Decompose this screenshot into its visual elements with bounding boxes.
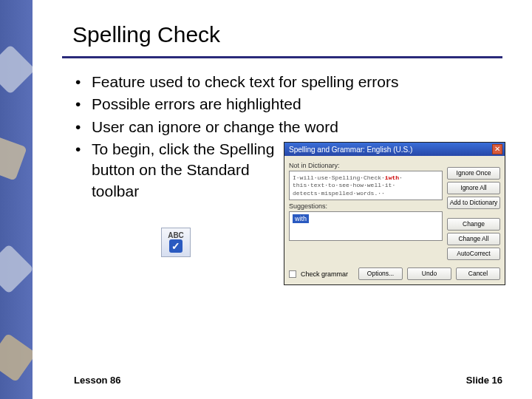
slide-footer: Lesson 86 Slide 16 <box>33 375 532 386</box>
change-all-button[interactable]: Change All <box>447 233 500 245</box>
decor-square <box>0 333 36 383</box>
add-to-dictionary-button[interactable]: Add to Dictionary <box>447 197 500 209</box>
not-in-dictionary-textbox[interactable]: I·will·use·Spelling·Check·iwth· this·tex… <box>289 171 443 200</box>
slide-title: Spelling Check <box>62 22 502 52</box>
change-button[interactable]: Change <box>447 218 500 231</box>
cancel-button[interactable]: Cancel <box>456 267 500 280</box>
dialog-title-text: Spelling and Grammar: English (U.S.) <box>289 146 412 154</box>
dialog-titlebar: Spelling and Grammar: English (U.S.) ✕ <box>284 143 505 156</box>
not-in-dictionary-label: Not in Dictionary: <box>289 162 443 169</box>
decor-square <box>0 135 27 181</box>
suggestion-item[interactable]: with <box>293 214 309 223</box>
decor-square <box>0 244 34 294</box>
bullet-item: User can ignore or change the word <box>75 117 502 137</box>
autocorrect-button[interactable]: AutoCorrect <box>447 248 500 260</box>
suggestions-label: Suggestions: <box>289 202 443 210</box>
bullet-item: Possible errors are highlighted <box>75 94 502 115</box>
decor-square <box>0 44 35 95</box>
close-icon[interactable]: ✕ <box>492 144 502 154</box>
check-grammar-label: Check grammar <box>301 270 348 278</box>
slide-number: Slide 16 <box>466 375 502 386</box>
error-word: iwth <box>385 174 399 181</box>
spelling-toolbar-icon: ABC ✓ <box>161 228 191 257</box>
checkmark-icon: ✓ <box>169 239 183 253</box>
abc-label: ABC <box>163 231 188 239</box>
title-underline <box>62 56 502 58</box>
lesson-label: Lesson 86 <box>74 375 121 386</box>
options-button[interactable]: Options... <box>358 267 403 280</box>
bullet-text: To begin, click the Spelling button on t… <box>92 139 284 202</box>
check-grammar-checkbox[interactable] <box>289 270 296 278</box>
suggestions-listbox[interactable]: with <box>289 211 443 241</box>
bullet-item: Feature used to check text for spelling … <box>75 72 502 92</box>
spelling-dialog: Spelling and Grammar: English (U.S.) ✕ N… <box>284 142 505 285</box>
undo-button[interactable]: Undo <box>407 267 451 280</box>
ignore-once-button[interactable]: Ignore Once <box>447 167 500 180</box>
context-text: I·will·use·Spelling·Check· <box>293 174 385 181</box>
slide-body: Spelling Check Feature used to check tex… <box>33 0 532 399</box>
ignore-all-button[interactable]: Ignore All <box>447 182 500 194</box>
abc-check-icon: ABC ✓ <box>163 231 188 253</box>
decorative-sidebar <box>0 0 33 399</box>
